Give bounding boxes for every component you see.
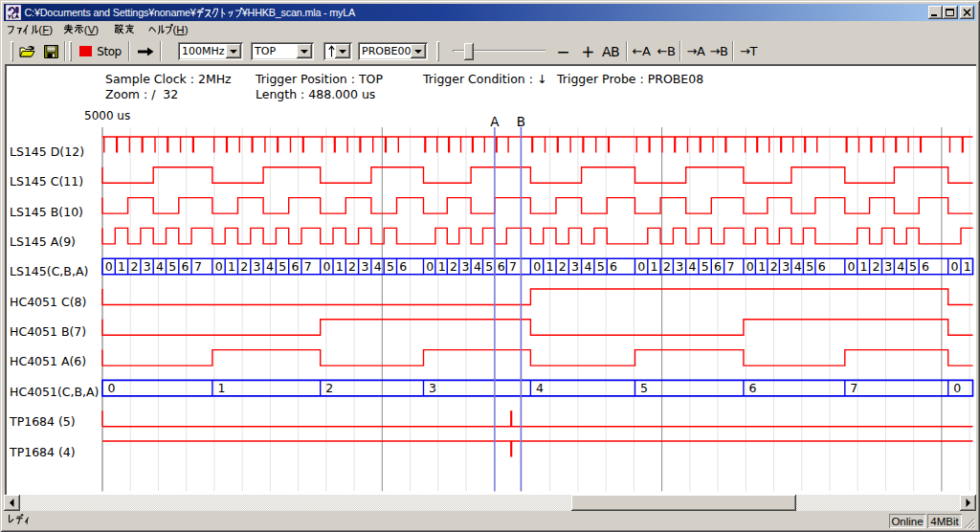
channel-label-10: TP1684 (4) (10, 445, 76, 459)
toolbar-separator (626, 41, 628, 61)
toolbar-separator (160, 41, 162, 61)
menu-bar: (F)(V)(H) (4, 21, 976, 38)
maximize-button[interactable] (943, 6, 958, 19)
combo-dropdown-arrow-icon[interactable] (226, 44, 241, 58)
trigger-probe-combo-value: PROBE00 (362, 45, 411, 57)
text-run: (V (84, 24, 96, 35)
length-text: Length : 488.000 us (256, 87, 375, 101)
run-arrow-icon (138, 47, 154, 56)
channel-label-9: TP1684 (5) (10, 414, 76, 429)
text-run: C:¥Documents and Settings¥noname¥ (25, 7, 196, 18)
trigger-edge-combo-value (328, 45, 335, 60)
goto-b-left-button[interactable]: ←B (656, 42, 677, 60)
jp-glyph (234, 8, 242, 18)
menu-item-3[interactable]: (H) (148, 21, 189, 37)
text-run: ¥HHKB_scan.mla - myLA (242, 7, 355, 18)
scroll-left-button[interactable] (4, 495, 20, 511)
ab-button[interactable]: AB (600, 42, 621, 60)
cursor-b-label[interactable]: B (513, 114, 528, 129)
toolbar-separator (732, 41, 734, 61)
jp-glyph (15, 514, 24, 525)
open-folder-icon (19, 45, 35, 58)
waveform-client-area: Sample Clock : 2MHz Trigger Position : T… (4, 64, 976, 495)
jp-glyph (22, 24, 31, 35)
trigger-position-combo-value: TOP (255, 45, 276, 57)
channel-label-7: HC4051 A(6) (10, 354, 86, 368)
slider-thumb[interactable] (464, 43, 474, 60)
stop-button[interactable]: Stop (77, 42, 124, 60)
goto-a-right-button[interactable]: →A (685, 42, 706, 60)
status-memory-badge: 4MBit (927, 514, 962, 528)
goto-a-left-button[interactable]: ←A (631, 42, 652, 60)
jp-glyph (114, 24, 124, 35)
stop-button-label: Stop (97, 45, 121, 58)
open-file-button[interactable] (17, 43, 36, 59)
menu-item-0[interactable]: (F) (7, 21, 53, 37)
up-arrow-icon (328, 45, 335, 57)
channel-label-1: LS145 C(11) (10, 174, 83, 188)
toolbar-gripper[interactable] (436, 41, 439, 61)
jp-glyph (7, 514, 15, 525)
toolbar-gripper[interactable] (69, 41, 72, 61)
app-window: C:¥Documents and Settings¥noname¥¥HHKB_s… (0, 0, 980, 532)
channel-label-2: LS145 B(10) (10, 205, 83, 219)
jp-glyph (63, 24, 74, 35)
scroll-right-arrow-icon (960, 495, 976, 511)
jp-glyph (212, 8, 219, 18)
sample-clock-text: Sample Clock : 2MHz (105, 72, 232, 86)
save-file-button[interactable] (41, 43, 60, 59)
save-floppy-icon (44, 45, 58, 58)
trigger-condition-text: Trigger Condition : ↓ (423, 72, 546, 86)
jp-glyph (196, 8, 204, 18)
menu-item-1[interactable]: (V) (63, 21, 99, 37)
text-run: ) (185, 24, 189, 35)
text-run: (H (173, 24, 185, 35)
jp-glyph (148, 24, 157, 35)
jp-glyph (227, 8, 234, 18)
title-bar[interactable]: C:¥Documents and Settings¥noname¥¥HHKB_s… (4, 4, 976, 21)
minimize-button[interactable] (928, 6, 944, 19)
status-online-badge: Online (889, 514, 925, 528)
channel-label-0: LS145 D(12) (10, 144, 84, 159)
channel-label-5: HC4051 C(8) (10, 295, 86, 309)
combo-dropdown-arrow-icon[interactable] (335, 44, 350, 58)
jp-glyph (165, 24, 173, 35)
toolbar-separator (128, 41, 130, 61)
status-ready-text (7, 514, 31, 527)
jp-glyph (7, 24, 15, 35)
run-button[interactable] (134, 42, 157, 60)
channel-label-6: HC4051 B(7) (10, 324, 86, 339)
status-bar: Online 4MBit (4, 511, 976, 530)
division-scale-text: 5000 us (84, 109, 130, 122)
menu-item-2[interactable] (114, 21, 135, 37)
scrollbar-thumb[interactable] (571, 495, 796, 511)
sample-clock-combo[interactable]: 100MHz (178, 42, 243, 60)
combo-dropdown-arrow-icon[interactable] (297, 44, 312, 58)
zoom-out-button[interactable]: − (551, 42, 574, 60)
trigger-position-combo[interactable]: TOP (251, 42, 314, 60)
jp-glyph (31, 24, 39, 35)
channel-label-3: LS145 A(9) (10, 234, 76, 249)
window-title: C:¥Documents and Settings¥noname¥¥HHKB_s… (25, 7, 356, 18)
jp-glyph (23, 514, 31, 525)
jp-glyph (124, 24, 135, 35)
combo-dropdown-arrow-icon[interactable] (411, 44, 426, 58)
toolbar-separator (679, 41, 681, 61)
toolbar-gripper[interactable] (11, 41, 13, 61)
sample-clock-combo-value: 100MHz (182, 45, 225, 57)
cursor-a-label[interactable]: A (487, 114, 502, 129)
text-run: ) (49, 24, 53, 35)
goto-trigger-button[interactable]: →T (738, 42, 759, 60)
jp-glyph (204, 8, 212, 18)
trigger-probe-combo[interactable]: PROBE00 (358, 42, 428, 60)
horizontal-scrollbar[interactable] (4, 495, 976, 511)
jp-glyph (219, 8, 227, 18)
toolbar-separator (64, 41, 66, 61)
goto-b-right-button[interactable]: →B (708, 42, 729, 60)
close-button[interactable] (960, 6, 975, 19)
stop-square-icon (79, 46, 92, 56)
scroll-right-button[interactable] (960, 495, 976, 511)
zoom-in-button[interactable]: + (576, 42, 599, 60)
jp-glyph (157, 24, 166, 35)
trigger-edge-combo[interactable] (323, 42, 352, 60)
